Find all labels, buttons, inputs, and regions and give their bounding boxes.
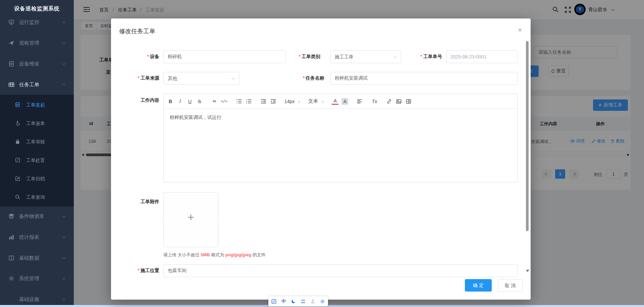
outdent-icon[interactable] — [260, 97, 267, 105]
content-label: 工作内容 — [111, 97, 159, 103]
max-size-text: 5MB — [201, 252, 210, 257]
source-select[interactable]: 其他 — [163, 72, 239, 85]
image-icon[interactable] — [395, 97, 402, 105]
indent-icon[interactable] — [270, 97, 276, 105]
font-size-select[interactable]: 14px — [284, 97, 294, 105]
sidebar-item-workorder-handle[interactable]: 工单处置 — [0, 154, 74, 167]
chevron-down-icon — [232, 77, 235, 80]
sidebar-item-workorder-dispatch[interactable]: 工单派单 — [0, 117, 74, 130]
logbook-icon — [8, 61, 14, 67]
plus-icon: + — [164, 211, 218, 224]
blockquote-icon[interactable]: ” — [211, 97, 218, 105]
updown-icon: ↕ — [298, 99, 300, 103]
sidebar-item-spareparts[interactable]: 备件物资库 — [0, 210, 74, 223]
workorder-submenu: 工单发起 工单派单 工单审核 工单处置 工单归档 工单查询 — [0, 95, 74, 207]
app-root: 首页 / 任务工单 / 工单发起 Y 青山碧水 首页 实时监控 工单单号 发起时… — [0, 0, 644, 307]
attachment-label: 工单附件 — [111, 199, 159, 205]
type-label: *工单类别 — [270, 54, 320, 60]
sidebar-item-workorder[interactable]: 任务工单 — [0, 78, 74, 92]
order-no-label: *工单单号 — [392, 54, 442, 60]
table-grid-icon — [8, 82, 14, 88]
order-no-input[interactable] — [446, 50, 518, 63]
translate-icon[interactable]: 中 — [281, 299, 286, 304]
modal-scrollbar-thumb[interactable] — [526, 41, 529, 231]
lock-icon — [15, 139, 20, 144]
updown-icon: ↕ — [322, 99, 324, 103]
sidebar-item-infrastructure[interactable]: 基础设施 — [0, 293, 74, 306]
cancel-button[interactable]: 取 消 — [498, 279, 523, 292]
underline-icon[interactable]: U — [186, 97, 193, 105]
rich-text-editor[interactable]: B I U S ” </> 14px ↕ 文本 ↕ A — [163, 94, 518, 182]
align-icon[interactable] — [356, 97, 363, 105]
clear-format-icon[interactable]: Tx — [371, 97, 378, 105]
editor-content[interactable]: 粉粹机安装调试，试运行 — [164, 109, 517, 126]
code-icon[interactable]: </> — [221, 97, 227, 105]
edit-workorder-modal: 修改任务工单 × *设备 *工单类别 施工工单 *工单单号 *工单来源 其他 *… — [111, 18, 531, 300]
columns-icon — [8, 255, 14, 261]
user-icon[interactable] — [310, 299, 316, 304]
sidebar-item-inspection[interactable]: 巡检管理 — [0, 37, 74, 50]
bar-chart-icon — [8, 234, 14, 240]
app-title: 设备巡检监测系统 — [0, 5, 74, 12]
italic-icon[interactable]: I — [177, 97, 183, 105]
location-label: *施工位置 — [111, 268, 159, 274]
sidebar-item-reports[interactable]: 统计报表 — [0, 231, 74, 244]
sidebar-item-workorder-create[interactable]: 工单发起 — [0, 98, 74, 112]
scroll-down-arrow[interactable] — [526, 270, 529, 272]
attachment-upload-dropzone[interactable]: + — [163, 192, 218, 247]
task-name-input[interactable] — [330, 72, 518, 85]
strikethrough-icon[interactable]: S — [196, 97, 203, 105]
link-icon[interactable] — [386, 97, 392, 105]
highlight-color-icon[interactable]: A — [341, 98, 348, 105]
editor-toolbar: B I U S ” </> 14px ↕ 文本 ↕ A — [164, 94, 517, 109]
task-check-icon[interactable] — [271, 299, 277, 304]
settings-gear-icon[interactable] — [320, 299, 325, 304]
device-label: *设备 — [111, 54, 159, 60]
type-select[interactable]: 施工工单 — [330, 50, 401, 63]
dark-mode-icon[interactable] — [291, 299, 296, 304]
monitor-icon — [8, 19, 14, 25]
bottom-extension-toolbar: 中 — [268, 296, 328, 306]
bold-icon[interactable]: B — [167, 97, 174, 105]
send-icon — [8, 40, 14, 46]
accessibility-icon[interactable] — [301, 299, 306, 304]
sidebar-item-monitoring[interactable]: 运行监控 — [0, 16, 74, 29]
doc-icon — [15, 102, 20, 107]
upload-hint: 请上传 大小不超过 5MB 格式为 png/jpg/jpeg 的文件 — [163, 252, 266, 258]
device-input[interactable] — [163, 50, 286, 63]
font-family-select[interactable]: 文本 — [308, 97, 318, 105]
task-name-label: *任务名称 — [274, 75, 324, 81]
gear-icon — [8, 275, 14, 281]
close-icon[interactable]: × — [518, 27, 522, 33]
sidebar: 设备巡检监测系统 运行监控 巡检管理 设备维保 任务工单 工单发起 工单派单 — [0, 0, 74, 305]
video-icon[interactable] — [405, 97, 412, 105]
unordered-list-icon[interactable] — [245, 97, 252, 105]
sidebar-item-maintenance[interactable]: 设备维保 — [0, 57, 74, 71]
confirm-button[interactable]: 确 定 — [465, 279, 492, 292]
sidebar-item-system[interactable]: 系统管理 — [0, 272, 74, 286]
font-color-icon[interactable]: A — [332, 98, 338, 105]
sidebar-item-workorder-archive[interactable]: 工单归档 — [0, 172, 74, 186]
modal-title: 修改任务工单 — [119, 27, 155, 35]
ordered-list-icon[interactable] — [235, 97, 242, 105]
sidebar-item-workorder-query[interactable]: 工单查询 — [0, 191, 74, 204]
search-icon — [15, 194, 20, 200]
format-text: png/jpg/jpeg — [225, 252, 251, 257]
hand-pointer-icon — [15, 120, 20, 126]
sidebar-item-workorder-review[interactable]: 工单审核 — [0, 135, 74, 149]
source-label: *工单来源 — [111, 75, 159, 81]
location-input[interactable] — [163, 264, 518, 277]
edit-square-icon — [15, 157, 20, 163]
sidebar-item-basedata[interactable]: 基础数据 — [0, 252, 74, 265]
pen-square-icon — [15, 176, 20, 181]
layers-icon — [8, 213, 14, 219]
